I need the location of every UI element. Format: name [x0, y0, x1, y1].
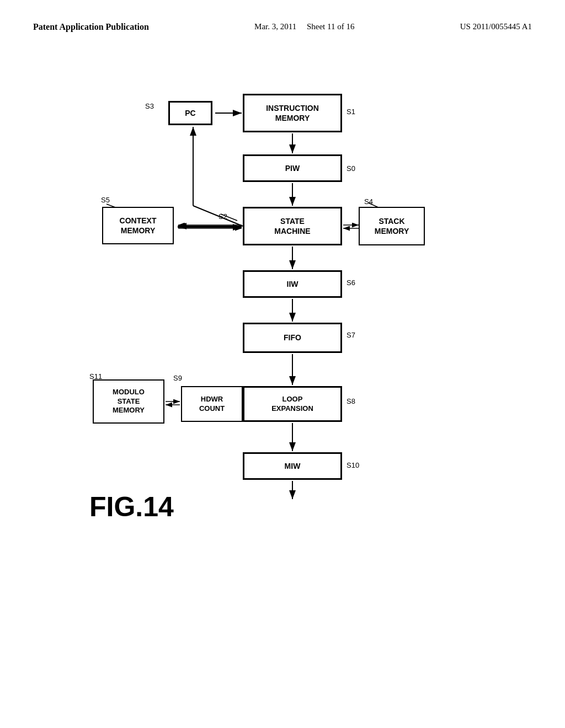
header-center: Mar. 3, 2011 Sheet 11 of 16	[254, 22, 354, 31]
label-s8: S8	[347, 397, 355, 405]
miw-box: MIW	[243, 452, 342, 480]
instruction-memory-box: INSTRUCTIONMEMORY	[243, 94, 342, 132]
svg-line-6	[193, 206, 243, 226]
label-s1: S1	[347, 108, 355, 116]
stack-memory-label: STACKMEMORY	[375, 216, 409, 236]
hdwr-count-box: HDWRCOUNT	[181, 386, 243, 422]
label-s2: S2	[218, 212, 227, 221]
label-s11: S11	[89, 372, 102, 381]
context-memory-box: CONTEXTMEMORY	[102, 207, 174, 244]
label-s10: S10	[347, 461, 359, 469]
loop-expansion-label: LOOPEXPANSION	[271, 395, 313, 414]
publication-label: Patent Application Publication	[33, 22, 149, 32]
state-machine-box: STATEMACHINE	[243, 207, 342, 245]
stack-memory-box: STACKMEMORY	[359, 207, 425, 245]
pc-label: PC	[185, 108, 195, 118]
iiw-box: IIW	[243, 270, 342, 298]
sheet-info: Sheet 11 of 16	[307, 22, 355, 31]
modulo-state-memory-box: MODULOSTATEMEMORY	[93, 379, 164, 424]
label-s4: S4	[364, 197, 373, 206]
fifo-label: FIFO	[284, 333, 301, 342]
label-s0: S0	[347, 164, 355, 173]
state-machine-label: STATEMACHINE	[274, 216, 310, 236]
loop-expansion-box: LOOPEXPANSION	[243, 386, 342, 422]
context-memory-label: CONTEXTMEMORY	[120, 216, 157, 235]
label-s5: S5	[101, 196, 110, 204]
pc-box: PC	[168, 101, 212, 125]
patent-number: US 2011/0055445 A1	[460, 22, 532, 31]
label-s6: S6	[347, 279, 355, 287]
fifo-box: FIFO	[243, 323, 342, 353]
page-header: Patent Application Publication Mar. 3, 2…	[0, 0, 565, 32]
instruction-memory-label: INSTRUCTIONMEMORY	[266, 103, 319, 123]
piw-label: PIW	[285, 163, 300, 173]
iiw-label: IIW	[287, 279, 299, 289]
modulo-state-memory-label: MODULOSTATEMEMORY	[113, 388, 145, 416]
pub-date: Mar. 3, 2011	[254, 22, 296, 31]
figure-label: FIG.14	[89, 491, 174, 523]
diagram-area: INSTRUCTIONMEMORY PC PIW STATEMACHINE CO…	[44, 72, 519, 667]
miw-label: MIW	[285, 461, 301, 471]
hdwr-count-label: HDWRCOUNT	[199, 395, 225, 414]
label-s3: S3	[145, 102, 154, 110]
label-s7: S7	[347, 331, 355, 339]
piw-box: PIW	[243, 154, 342, 182]
label-s9: S9	[173, 374, 182, 382]
